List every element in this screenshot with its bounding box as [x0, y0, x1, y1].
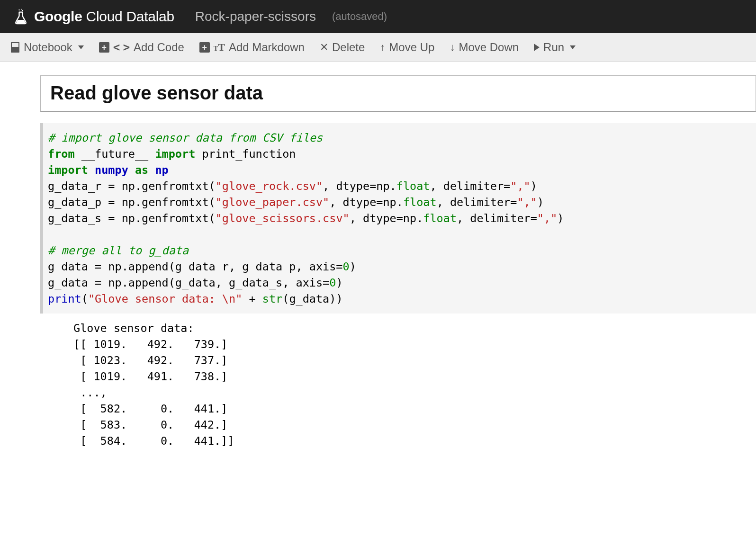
- svg-point-1: [21, 9, 22, 10]
- chevron-down-icon: [78, 45, 84, 49]
- brand-text: Google Cloud Datalab: [34, 9, 174, 25]
- delete-button[interactable]: ✕ Delete: [320, 41, 365, 54]
- notebook-menu-label: Notebook: [24, 41, 72, 54]
- svg-rect-4: [12, 43, 18, 47]
- app-header: Google Cloud Datalab Rock-paper-scissors…: [0, 0, 756, 33]
- delete-label: Delete: [332, 41, 365, 54]
- code-cell[interactable]: # import glove sensor data from CSV file…: [40, 123, 756, 314]
- notebook-menu[interactable]: Notebook: [10, 41, 84, 54]
- notebook-body: Read glove sensor data # import glove se…: [0, 62, 756, 449]
- svg-point-0: [18, 9, 19, 10]
- chevron-down-icon: [570, 45, 576, 49]
- cell-heading: Read glove sensor data: [50, 82, 746, 104]
- arrow-down-icon: ↓: [450, 41, 455, 54]
- move-up-label: Move Up: [389, 41, 434, 54]
- move-up-button[interactable]: ↑ Move Up: [380, 41, 434, 54]
- arrow-up-icon: ↑: [380, 41, 385, 54]
- run-label: Run: [543, 41, 564, 54]
- run-button[interactable]: Run: [534, 41, 576, 54]
- play-icon: [534, 44, 540, 51]
- move-down-button[interactable]: ↓ Move Down: [450, 41, 519, 54]
- move-down-label: Move Down: [459, 41, 519, 54]
- close-icon: ✕: [320, 41, 328, 54]
- plus-icon: +: [199, 42, 210, 53]
- notebook-title[interactable]: Rock-paper-scissors: [195, 9, 316, 24]
- add-markdown-button[interactable]: + TT Add Markdown: [199, 41, 305, 54]
- code-comment: # import glove sensor data from CSV file…: [48, 131, 323, 144]
- datalab-beaker-icon: [14, 9, 27, 25]
- add-markdown-label: Add Markdown: [229, 41, 305, 54]
- code-brackets-icon: < >: [113, 41, 128, 54]
- autosave-status: (autosaved): [332, 10, 387, 23]
- add-code-label: Add Code: [134, 41, 184, 54]
- code-comment: # merge all to g_data: [48, 244, 189, 257]
- svg-point-2: [22, 10, 23, 11]
- brand-block: Google Cloud Datalab: [14, 9, 174, 25]
- cell-output: Glove sensor data: [[ 1019. 492. 739.] […: [40, 314, 756, 449]
- add-code-button[interactable]: + < > Add Code: [99, 41, 184, 54]
- text-icon: TT: [214, 41, 225, 54]
- toolbar: Notebook + < > Add Code + TT Add Markdow…: [0, 33, 756, 62]
- notebook-icon: [10, 42, 20, 53]
- markdown-cell[interactable]: Read glove sensor data: [40, 75, 756, 112]
- plus-icon: +: [99, 42, 109, 53]
